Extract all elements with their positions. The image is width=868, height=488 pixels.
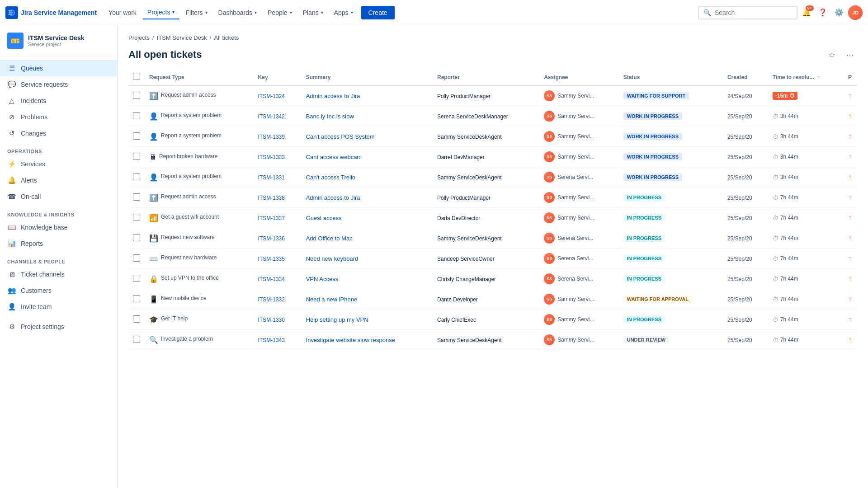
sidebar-item-incidents[interactable]: △ Incidents	[0, 93, 117, 109]
ticket-key-link[interactable]: ITSM-1335	[258, 256, 285, 262]
row-checkbox[interactable]	[133, 112, 140, 119]
nav-people[interactable]: People ▾	[263, 6, 297, 19]
reports-label: Reports	[21, 240, 43, 247]
nav-plans[interactable]: Plans ▾	[298, 6, 328, 19]
services-icon: ⚡	[7, 160, 16, 169]
row-checkbox[interactable]	[133, 92, 140, 99]
time-cell: ⏱7h 44m	[773, 255, 839, 262]
row-checkbox[interactable]	[133, 234, 140, 241]
notifications-button[interactable]: 🔔 9+	[799, 5, 814, 20]
ticket-key-link[interactable]: ITSM-1336	[258, 235, 285, 242]
col-reporter: Reporter	[433, 69, 539, 85]
nav-projects[interactable]: Projects ▾	[143, 6, 179, 19]
row-checkbox[interactable]	[133, 214, 140, 221]
settings-button[interactable]: ⚙️	[832, 5, 846, 20]
ticket-summary-link[interactable]: Investigate website slow response	[306, 337, 395, 343]
sidebar-item-reports[interactable]: 📊 Reports	[0, 235, 117, 252]
request-type-label: Request admin access	[161, 91, 216, 99]
queues-label: Queues	[21, 65, 43, 72]
ticket-summary-link[interactable]: VPN Access	[306, 276, 339, 282]
sidebar-item-service-requests[interactable]: 💬 Service requests	[0, 76, 117, 93]
breadcrumb-itsm[interactable]: ITSM Service Desk	[157, 34, 207, 41]
row-checkbox[interactable]	[133, 173, 140, 180]
status-badge: WORK IN PROGRESS	[623, 174, 682, 181]
table-row: ⌨️ Request new hardware ITSM-1335 Need n…	[128, 249, 857, 269]
projects-chevron: ▾	[172, 9, 175, 14]
star-button[interactable]: ☆	[825, 47, 839, 62]
created-date: 25/Sep/20	[727, 235, 752, 242]
sidebar-nav: ☰ Queues 💬 Service requests △ Incidents …	[0, 56, 117, 338]
sidebar-item-ticket-channels[interactable]: 🖥 Ticket channels	[0, 266, 117, 282]
ticket-summary-link[interactable]: Guest access	[306, 215, 342, 221]
sidebar-item-problems[interactable]: ⊘ Problems	[0, 109, 117, 125]
sidebar-item-project-settings[interactable]: ⚙ Project settings	[0, 319, 117, 335]
row-checkbox[interactable]	[133, 153, 140, 160]
ticket-key-link[interactable]: ITSM-1332	[258, 296, 285, 303]
ticket-summary-link[interactable]: Admin access to Jira	[306, 194, 360, 201]
assignee-cell: SS Sammy Servi...	[544, 90, 614, 101]
request-type-icon: ⬆️	[149, 92, 158, 100]
search-icon: 🔍	[703, 9, 711, 16]
clock-icon: ⏱	[773, 174, 778, 181]
row-checkbox[interactable]	[133, 295, 140, 302]
more-button[interactable]: ⋯	[843, 47, 857, 62]
ticket-key-link[interactable]: ITSM-1334	[258, 276, 285, 282]
breadcrumb: Projects / ITSM Service Desk / All ticke…	[118, 25, 868, 44]
status-badge: WAITING FOR SUPPORT	[623, 92, 689, 99]
ticket-summary-link[interactable]: Can't access Trello	[306, 174, 355, 181]
sidebar-item-customers[interactable]: 👥 Customers	[0, 282, 117, 299]
sidebar-item-changes[interactable]: ↺ Changes	[0, 125, 117, 141]
app-logo[interactable]: ⠿ Jira Service Management	[5, 6, 97, 19]
row-checkbox[interactable]	[133, 254, 140, 262]
channels-section-label: CHANNELS & PEOPLE	[0, 252, 117, 266]
nav-filters[interactable]: Filters ▾	[181, 6, 212, 19]
user-avatar[interactable]: JD	[848, 5, 863, 20]
row-checkbox[interactable]	[133, 193, 140, 201]
nav-your-work[interactable]: Your work	[104, 6, 141, 19]
row-checkbox[interactable]	[133, 336, 140, 343]
ticket-key-link[interactable]: ITSM-1331	[258, 174, 285, 181]
search-box[interactable]: 🔍	[698, 6, 797, 19]
ticket-key-link[interactable]: ITSM-1337	[258, 215, 285, 221]
ticket-summary-link[interactable]: Need new keyboard	[306, 255, 359, 262]
reporter-name: Polly ProductManager	[437, 93, 491, 99]
ticket-key-link[interactable]: ITSM-1343	[258, 337, 285, 343]
ticket-summary-link[interactable]: Need a new iPhone	[306, 296, 357, 303]
sidebar-item-knowledge-base[interactable]: 📖 Knowledge base	[0, 219, 117, 235]
search-input[interactable]	[715, 9, 792, 16]
ticket-summary-link[interactable]: Add Office to Mac	[306, 235, 353, 242]
row-checkbox[interactable]	[133, 132, 140, 140]
ticket-key-link[interactable]: ITSM-1342	[258, 113, 285, 120]
assignee-avatar: SS	[544, 233, 555, 244]
ticket-summary-link[interactable]: Cant access webcam	[306, 154, 362, 160]
sidebar-item-oncall[interactable]: ☎ On-call	[0, 188, 117, 205]
breadcrumb-projects[interactable]: Projects	[128, 34, 150, 41]
ticket-key-link[interactable]: ITSM-1338	[258, 195, 285, 201]
nav-dashboards[interactable]: Dashboards ▾	[214, 6, 262, 19]
apps-chevron: ▾	[351, 10, 353, 15]
row-checkbox[interactable]	[133, 275, 140, 282]
ticket-summary-link[interactable]: Admin access to Jira	[306, 93, 360, 99]
ticket-summary-link[interactable]: Help setting up my VPN	[306, 316, 368, 323]
help-button[interactable]: ❓	[816, 5, 830, 20]
sidebar-item-alerts[interactable]: 🔔 Alerts	[0, 172, 117, 188]
ticket-summary-link[interactable]: Can't access POS System	[306, 133, 375, 140]
time-normal: ⏱7h 44m	[773, 276, 798, 282]
ticket-summary-link[interactable]: Banc.ly Inc is slow	[306, 113, 354, 120]
ticket-key-link[interactable]: ITSM-1339	[258, 134, 285, 140]
nav-apps[interactable]: Apps ▾	[330, 6, 358, 19]
more-icon: ⋯	[846, 51, 854, 59]
request-type-label: New mobile device	[161, 295, 207, 302]
ticket-key-link[interactable]: ITSM-1330	[258, 317, 285, 323]
status-badge: WAITING FOR APPROVAL	[623, 296, 692, 303]
col-time-to-resolution[interactable]: Time to resolu... ↑	[768, 69, 844, 85]
select-all-checkbox[interactable]	[133, 73, 140, 80]
sidebar-item-invite-team[interactable]: 👤 Invite team	[0, 299, 117, 315]
col-request-type: Request Type	[145, 69, 254, 85]
ticket-key-link[interactable]: ITSM-1324	[258, 93, 285, 99]
ticket-key-link[interactable]: ITSM-1333	[258, 154, 285, 160]
row-checkbox[interactable]	[133, 315, 140, 323]
sidebar-item-queues[interactable]: ☰ Queues	[0, 60, 117, 76]
create-button[interactable]: Create	[361, 6, 395, 19]
sidebar-item-services[interactable]: ⚡ Services	[0, 156, 117, 172]
